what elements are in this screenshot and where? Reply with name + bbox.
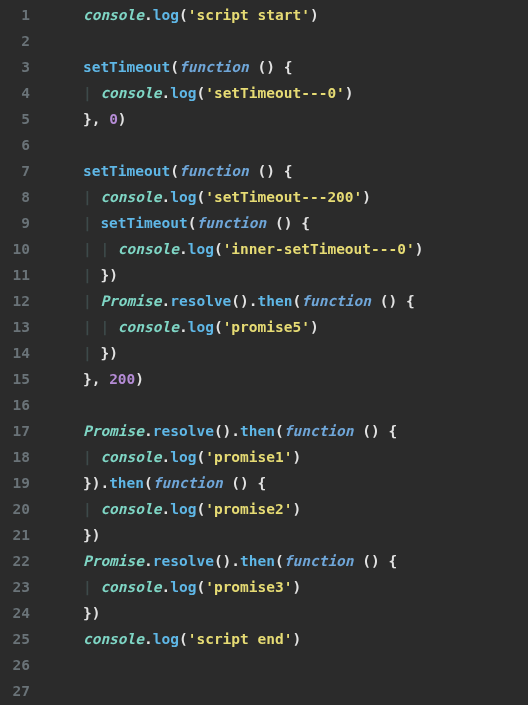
tok-sp xyxy=(48,215,83,231)
tok-punc: ) xyxy=(118,111,127,127)
tok-obj: console xyxy=(100,579,161,595)
tok-sp xyxy=(249,475,258,491)
tok-kw: function xyxy=(284,553,354,569)
tok-str: 'promise3' xyxy=(205,579,292,595)
code-line[interactable] xyxy=(48,392,423,418)
tok-dot: . xyxy=(162,189,171,205)
tok-punc: ( xyxy=(144,475,153,491)
tok-punc: () xyxy=(214,553,231,569)
tok-obj: Promise xyxy=(100,293,161,309)
tok-sp xyxy=(275,59,284,75)
tok-punc: ) xyxy=(109,267,118,283)
code-line[interactable]: | | console.log('inner-setTimeout---0') xyxy=(48,236,423,262)
tok-obj: Promise xyxy=(83,553,144,569)
tok-brace: } xyxy=(83,527,92,543)
tok-num: 200 xyxy=(109,371,135,387)
tok-obj: console xyxy=(100,449,161,465)
tok-punc: () xyxy=(275,215,292,231)
code-line[interactable] xyxy=(48,652,423,678)
code-line[interactable]: }, 0) xyxy=(48,106,423,132)
line-number: 14 xyxy=(0,340,30,366)
code-line[interactable]: | console.log('promise3') xyxy=(48,574,423,600)
tok-str: 'setTimeout---200' xyxy=(205,189,362,205)
tok-dot: . xyxy=(162,579,171,595)
tok-guide: | xyxy=(83,319,100,335)
tok-sp xyxy=(354,423,363,439)
tok-dot: . xyxy=(144,423,153,439)
code-line[interactable]: | }) xyxy=(48,262,423,288)
code-line[interactable]: | console.log('setTimeout---0') xyxy=(48,80,423,106)
code-area[interactable]: console.log('script start') setTimeout(f… xyxy=(44,0,423,705)
tok-punc: ) xyxy=(310,7,319,23)
tok-sp xyxy=(48,449,83,465)
tok-punc: ( xyxy=(196,449,205,465)
tok-meth: log xyxy=(170,189,196,205)
tok-brace: { xyxy=(258,475,267,491)
code-line[interactable]: Promise.resolve().then(function () { xyxy=(48,418,423,444)
tok-obj: console xyxy=(100,189,161,205)
code-line[interactable] xyxy=(48,678,423,704)
tok-dot: . xyxy=(162,449,171,465)
tok-guide: | xyxy=(83,241,100,257)
code-line[interactable]: | console.log('promise1') xyxy=(48,444,423,470)
code-line[interactable]: setTimeout(function () { xyxy=(48,54,423,80)
tok-guide: | xyxy=(100,241,117,257)
tok-sp xyxy=(48,371,83,387)
code-line[interactable]: | console.log('setTimeout---200') xyxy=(48,184,423,210)
tok-brace: } xyxy=(100,267,109,283)
code-line[interactable]: }).then(function () { xyxy=(48,470,423,496)
tok-punc: () xyxy=(231,293,248,309)
tok-punc: () xyxy=(258,59,275,75)
tok-sp xyxy=(48,423,83,439)
tok-str: 'promise1' xyxy=(205,449,292,465)
tok-punc: ( xyxy=(214,241,223,257)
code-editor[interactable]: 1234567891011121314151617181920212223242… xyxy=(0,0,528,705)
code-line[interactable]: | setTimeout(function () { xyxy=(48,210,423,236)
tok-sp xyxy=(275,163,284,179)
tok-meth: setTimeout xyxy=(100,215,187,231)
tok-sp xyxy=(48,579,83,595)
tok-sp xyxy=(48,163,83,179)
tok-sp xyxy=(48,605,83,621)
line-number: 22 xyxy=(0,548,30,574)
tok-brace: { xyxy=(301,215,310,231)
tok-sp xyxy=(48,527,83,543)
code-line[interactable]: }, 200) xyxy=(48,366,423,392)
code-line[interactable]: console.log('script start') xyxy=(48,2,423,28)
code-line[interactable]: | | console.log('promise5') xyxy=(48,314,423,340)
tok-brace: { xyxy=(284,163,293,179)
code-line[interactable]: setTimeout(function () { xyxy=(48,158,423,184)
code-line[interactable]: | console.log('promise2') xyxy=(48,496,423,522)
line-number: 6 xyxy=(0,132,30,158)
tok-sp xyxy=(48,85,83,101)
line-number: 19 xyxy=(0,470,30,496)
code-line[interactable]: | }) xyxy=(48,340,423,366)
code-line[interactable] xyxy=(48,28,423,54)
code-line[interactable]: }) xyxy=(48,522,423,548)
tok-sp xyxy=(48,189,83,205)
tok-str: 'script end' xyxy=(188,631,293,647)
tok-punc: ) xyxy=(415,241,424,257)
code-line[interactable]: | Promise.resolve().then(function () { xyxy=(48,288,423,314)
tok-kw: function xyxy=(179,59,249,75)
tok-str: 'script start' xyxy=(188,7,310,23)
tok-punc: ) xyxy=(292,631,301,647)
line-number: 4 xyxy=(0,80,30,106)
tok-guide: | xyxy=(83,345,100,361)
line-number: 2 xyxy=(0,28,30,54)
line-number: 21 xyxy=(0,522,30,548)
tok-dot: . xyxy=(162,501,171,517)
code-line[interactable]: console.log('script end') xyxy=(48,626,423,652)
tok-sp xyxy=(292,215,301,231)
tok-brace: } xyxy=(83,475,92,491)
tok-punc: ) xyxy=(135,371,144,387)
code-line[interactable]: Promise.resolve().then(function () { xyxy=(48,548,423,574)
tok-sp xyxy=(48,475,83,491)
tok-punc: , xyxy=(92,371,109,387)
tok-meth: log xyxy=(188,319,214,335)
code-line[interactable]: }) xyxy=(48,600,423,626)
tok-punc: () xyxy=(258,163,275,179)
code-line[interactable] xyxy=(48,132,423,158)
tok-dot: . xyxy=(144,631,153,647)
tok-obj: console xyxy=(118,319,179,335)
